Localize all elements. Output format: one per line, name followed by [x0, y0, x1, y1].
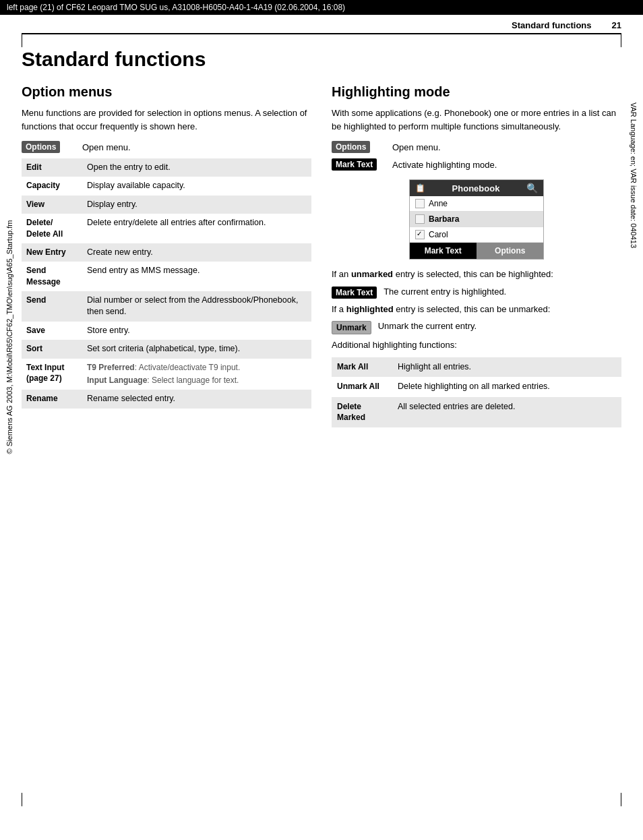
table-row: SortSet sort criteria (alphabetical, typ…: [22, 340, 311, 359]
right-column: Highlighting mode With some applications…: [332, 84, 621, 427]
mark-text-btn: Mark Text: [332, 158, 377, 171]
right-options-open-row: Options Open menu.: [332, 141, 621, 154]
unmarked-para: If an unmarked entry is selected, this c…: [332, 268, 621, 281]
highlight-desc: Highlight all entries.: [392, 357, 621, 378]
left-section-intro: Menu functions are provided for selectio…: [22, 107, 311, 133]
barbara-name: Barbara: [429, 214, 459, 224]
side-label-left-text: © Siemens AG 2003, M:\Mobil\R65\CF62_TMO…: [5, 220, 13, 454]
options-open-row: Options Open menu.: [22, 141, 311, 154]
crop-mark-bl: [22, 793, 22, 806]
table-row: ViewDisplay entry.: [22, 196, 311, 214]
two-column-layout: Option menus Menu functions are provided…: [22, 84, 621, 427]
table-row: CapacityDisplay available capacity.: [22, 177, 311, 196]
option-desc: Display entry.: [82, 196, 311, 214]
option-label: Rename: [22, 390, 82, 409]
option-desc: Create new entry.: [82, 243, 311, 262]
table-row: Send MessageSend entry as MMS message.: [22, 262, 311, 291]
anne-checkbox: [415, 199, 425, 208]
phone-footer: Mark Text Options: [410, 243, 543, 259]
highlight-desc: Delete highlighting on all marked entrie…: [392, 377, 621, 397]
phone-row-carol: Carol: [410, 227, 543, 243]
highlight-table: Mark AllHighlight all entries.Unmark All…: [332, 357, 621, 428]
left-column: Option menus Menu functions are provided…: [22, 84, 311, 427]
option-label: Edit: [22, 158, 82, 177]
phonebook-title: Phonebook: [452, 183, 500, 193]
mark-text-highlight-row: Mark Text The current entry is highlight…: [332, 287, 621, 299]
footer-options-btn: Options: [477, 243, 544, 259]
table-row: SaveStore entry.: [22, 322, 311, 340]
main-title: Standard functions: [22, 48, 621, 71]
table-row: EditOpen the entry to edit.: [22, 158, 311, 177]
side-label-right: VAR Language: en; VAR issue date: 040413: [624, 40, 643, 310]
option-label: New Entry: [22, 243, 82, 262]
unmark-row: Unmark Unmark the current entry.: [332, 321, 621, 334]
left-section-title: Option menus: [22, 84, 311, 100]
page-header-title: Standard functions: [512, 20, 591, 30]
content-wrapper: Standard functions 21 Standard functions…: [22, 15, 621, 454]
top-header: left page (21) of CF62 Leopard TMO SUG u…: [0, 0, 643, 15]
option-desc: Rename selected entry.: [82, 390, 311, 409]
table-row: Delete/ Delete AllDelete entry/delete al…: [22, 214, 311, 243]
table-row: SendDial number or select from the Addre…: [22, 291, 311, 322]
highlight-table-row: Mark AllHighlight all entries.: [332, 357, 621, 378]
options-open-desc: Open menu.: [82, 141, 311, 154]
option-label: Send: [22, 291, 82, 322]
header-text: left page (21) of CF62 Leopard TMO SUG u…: [7, 3, 345, 12]
highlight-table-row: Delete MarkedAll selected entries are de…: [332, 397, 621, 428]
right-section-intro: With some applications (e.g. Phonebook) …: [332, 107, 621, 133]
page-header: Standard functions 21: [22, 15, 621, 34]
highlight-table-row: Unmark AllDelete highlighting on all mar…: [332, 377, 621, 397]
option-desc: Delete entry/delete all entries after co…: [82, 214, 311, 243]
phone-mockup: 📋 Phonebook 🔍 Anne Barbara Carol: [409, 179, 544, 260]
option-desc: Set sort criteria (alphabetical, type, t…: [82, 340, 311, 359]
mark-text-label: Mark Text: [332, 158, 386, 171]
highlight-label: Mark All: [332, 357, 392, 378]
mark-text-highlight-btn: Mark Text: [332, 287, 377, 299]
right-options-btn: Options: [332, 141, 370, 153]
option-label: Capacity: [22, 177, 82, 196]
barbara-checkbox: [415, 214, 425, 224]
right-options-open-desc: Open menu.: [392, 141, 621, 154]
crop-mark-tr: [621, 34, 621, 47]
phone-icon: 📋: [415, 183, 425, 193]
crop-mark-tl: [22, 34, 22, 47]
highlighted-para: If a highlighted entry is selected, this…: [332, 303, 621, 316]
table-row: New EntryCreate new entry.: [22, 243, 311, 262]
highlight-label: Unmark All: [332, 377, 392, 397]
anne-name: Anne: [429, 199, 448, 208]
phone-row-barbara: Barbara: [410, 212, 543, 227]
option-label: Send Message: [22, 262, 82, 291]
unmark-btn: Unmark: [332, 321, 371, 334]
mark-text-highlight-desc: The current entry is highlighted.: [384, 287, 506, 297]
phone-row-anne: Anne: [410, 196, 543, 212]
options-btn: Options: [22, 141, 60, 153]
right-section-title: Highlighting mode: [332, 84, 621, 100]
footer-mark-btn: Mark Text: [410, 243, 477, 259]
page-number: 21: [612, 20, 621, 30]
carol-checkbox: [415, 230, 425, 239]
option-desc: Open the entry to edit.: [82, 158, 311, 177]
side-label-left: © Siemens AG 2003, M:\Mobil\R65\CF62_TMO…: [0, 135, 19, 539]
options-table: EditOpen the entry to edit.CapacityDispl…: [22, 158, 311, 409]
highlight-desc: All selected entries are deleted.: [392, 397, 621, 428]
unmarked-bold: unmarked: [351, 269, 393, 279]
side-label-right-text: VAR Language: en; VAR issue date: 040413: [630, 102, 638, 248]
phone-header: 📋 Phonebook 🔍: [410, 180, 543, 196]
table-row: Text Input (page 27)T9 Preferred: Activa…: [22, 359, 311, 390]
option-label: Sort: [22, 340, 82, 359]
highlight-label: Delete Marked: [332, 397, 392, 428]
option-desc: Send entry as MMS message.: [82, 262, 311, 291]
option-label: Save: [22, 322, 82, 340]
mark-text-desc: Activate highlighting mode.: [392, 158, 621, 172]
table-row: RenameRename selected entry.: [22, 390, 311, 409]
carol-name: Carol: [429, 230, 448, 239]
search-icon: 🔍: [526, 183, 538, 193]
option-desc: Dial number or select from the Addressbo…: [82, 291, 311, 322]
options-button-label: Options: [22, 141, 75, 153]
right-options-button-label: Options: [332, 141, 386, 153]
option-label: Delete/ Delete All: [22, 214, 82, 243]
option-desc: Display available capacity.: [82, 177, 311, 196]
mark-text-row: Mark Text Activate highlighting mode.: [332, 158, 621, 172]
option-desc: Store entry.: [82, 322, 311, 340]
unmark-desc: Unmark the current entry.: [378, 321, 477, 331]
